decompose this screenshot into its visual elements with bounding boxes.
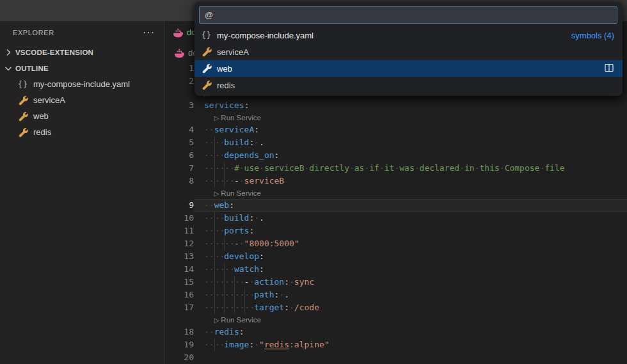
section-label: VSCODE-EXTENSION	[15, 49, 93, 56]
wrench-icon	[18, 95, 28, 106]
outline-tree: {}my-compose-include.yamlserviceAwebredi…	[0, 76, 164, 140]
outline-item-label: my-compose-include.yaml	[33, 79, 130, 89]
line-number: 7	[165, 162, 194, 175]
line-number: 10	[165, 212, 194, 225]
open-to-side-button[interactable]	[604, 63, 614, 75]
outline-item-servicea[interactable]: serviceA	[0, 92, 164, 108]
code-line[interactable]: 14······watch:	[165, 263, 627, 276]
line-number: 12	[165, 237, 194, 250]
split-editor-icon	[604, 63, 614, 73]
code-line[interactable]: 17··········target:·/code	[165, 301, 627, 314]
wrench-icon	[18, 127, 28, 138]
explorer-header: EXPLORER ···	[0, 21, 164, 44]
code-line[interactable]: 5····build:·.	[165, 136, 627, 149]
line-number: 3	[165, 99, 194, 112]
docker-compose-icon	[173, 28, 183, 38]
run-icon: ▷	[214, 190, 219, 197]
outline-item-label: redis	[33, 127, 51, 137]
line-number: 19	[165, 338, 194, 351]
codelens-row: ▷Run Service	[165, 187, 627, 199]
vscode-window: EXPLORER ··· VSCODE-EXTENSIONOUTLINE{}my…	[0, 0, 627, 364]
code-line[interactable]: 6····depends_on:	[165, 149, 627, 162]
codelens-run-service[interactable]: ▷Run Service	[214, 316, 261, 324]
code-line[interactable]: 7······#·use·serviceB·directly·as·if·it·…	[165, 162, 627, 175]
more-actions-icon[interactable]: ···	[143, 29, 155, 36]
line-number: 1	[165, 62, 194, 75]
quickpick-item-web[interactable]: web	[194, 60, 623, 77]
code-line[interactable]: 20	[165, 351, 627, 364]
explorer-title: EXPLORER	[13, 29, 143, 36]
codelens-run-service[interactable]: ▷Run Service	[214, 114, 261, 122]
quickpick-item-redis[interactable]: redis	[194, 77, 623, 93]
symbols-count-link[interactable]: symbols (4)	[571, 31, 614, 40]
code-line[interactable]: 15········-·action:·sync	[165, 276, 627, 289]
code-line[interactable]: 18··redis:	[165, 326, 627, 338]
code-line[interactable]: 12······-·"8000:5000"	[165, 237, 627, 250]
code-line[interactable]: 10····build:·.	[165, 212, 627, 225]
quick-open-results: {}my-compose-include.yamlsymbols (4)serv…	[194, 27, 623, 93]
line-number: 6	[165, 149, 194, 162]
line-number: 17	[165, 301, 194, 314]
section-header-vscode-extension[interactable]: VSCODE-EXTENSION	[0, 44, 164, 60]
braces-icon: {}	[18, 79, 28, 90]
outline-item-label: web	[33, 111, 49, 121]
quickpick-item-label: web	[217, 64, 599, 74]
explorer-sidebar: EXPLORER ··· VSCODE-EXTENSIONOUTLINE{}my…	[0, 21, 164, 364]
quickpick-item-label: serviceA	[217, 47, 614, 57]
code-line[interactable]: 9··web:	[165, 199, 627, 212]
line-number: 14	[165, 263, 194, 276]
outline-item-my-compose-include-yaml[interactable]: {}my-compose-include.yaml	[0, 76, 164, 92]
line-number: 15	[165, 276, 194, 289]
code-line[interactable]: 13····develop:	[165, 250, 627, 263]
quickpick-item-servicea[interactable]: serviceA	[194, 44, 623, 60]
line-number: 2	[165, 75, 194, 88]
outline-item-redis[interactable]: redis	[0, 124, 164, 140]
quick-open-input[interactable]	[199, 6, 617, 24]
chevron-down-icon	[3, 63, 13, 74]
quickpick-item-label: redis	[217, 81, 614, 90]
outline-item-label: serviceA	[33, 95, 65, 105]
codelens-run-service[interactable]: ▷Run Service	[214, 189, 261, 197]
docker-compose-icon	[174, 48, 184, 58]
code-editor[interactable]: 12▷Run All Services3services:▷Run Servic…	[165, 62, 627, 364]
line-number: 5	[165, 136, 194, 149]
outline-item-web[interactable]: web	[0, 108, 164, 124]
quickpick-item-my-compose-include-yaml[interactable]: {}my-compose-include.yamlsymbols (4)	[194, 27, 623, 44]
section-label: OUTLINE	[15, 65, 49, 72]
codelens-row: ▷Run Service	[165, 112, 627, 123]
line-number: 8	[165, 175, 194, 187]
quick-open-widget: {}my-compose-include.yamlsymbols (4)serv…	[194, 2, 623, 96]
code-line[interactable]: 19····image:·"redis:alpine"	[165, 338, 627, 351]
quick-open-input-box	[199, 6, 617, 24]
line-number: 16	[165, 289, 194, 301]
line-number: 13	[165, 250, 194, 263]
line-number: 20	[165, 351, 194, 364]
code-line[interactable]: 4··serviceA:	[165, 123, 627, 136]
wrench-icon	[202, 63, 212, 74]
run-icon: ▷	[214, 317, 219, 324]
code-line[interactable]: 8······-·serviceB	[165, 175, 627, 187]
section-header-outline[interactable]: OUTLINE	[0, 60, 164, 76]
line-number: 4	[165, 123, 194, 136]
braces-icon: {}	[202, 30, 212, 40]
code-line[interactable]: 16··········path:·.	[165, 289, 627, 301]
quickpick-item-label: my-compose-include.yaml	[217, 31, 566, 40]
wrench-icon	[202, 80, 212, 90]
wrench-icon	[202, 47, 212, 57]
chevron-right-icon	[3, 47, 13, 58]
code-line[interactable]: 11····ports:	[165, 225, 627, 237]
sidebar-sections: VSCODE-EXTENSIONOUTLINE{}my-compose-incl…	[0, 44, 164, 140]
line-number: 18	[165, 326, 194, 338]
wrench-icon	[18, 111, 28, 122]
codelens-row: ▷Run Service	[165, 314, 627, 326]
line-number: 11	[165, 225, 194, 237]
line-number: 9	[165, 199, 194, 212]
code-line[interactable]: 3services:	[165, 99, 627, 112]
run-icon: ▷	[214, 115, 219, 122]
